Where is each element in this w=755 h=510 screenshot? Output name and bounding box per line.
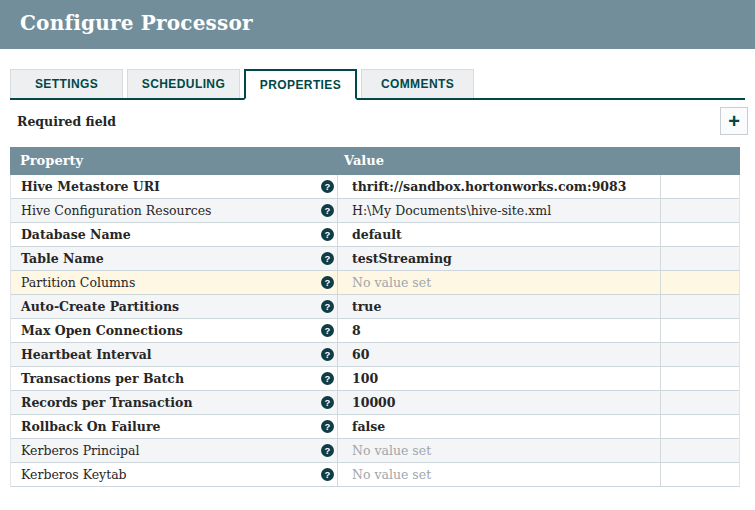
table-row[interactable]: Records per Transaction ? 10000 [11, 391, 739, 415]
table-row[interactable]: Hive Configuration Resources ? H:\My Doc… [11, 199, 739, 223]
row-actions-cell [660, 319, 739, 342]
dialog-header: Configure Processor [0, 0, 755, 49]
tab-properties[interactable]: PROPERTIES [244, 69, 357, 100]
help-icon[interactable]: ? [321, 372, 334, 385]
table-row[interactable]: Auto-Create Partitions ? true [11, 295, 739, 319]
property-value-cell[interactable]: No value set [337, 271, 660, 294]
property-value-cell[interactable]: false [337, 415, 660, 438]
property-name: Kerberos Principal [21, 443, 140, 458]
property-name: Database Name [21, 227, 131, 242]
row-actions-cell [660, 199, 739, 222]
table-row[interactable]: Heartbeat Interval ? 60 [11, 343, 739, 367]
row-actions-cell [660, 367, 739, 390]
table-row[interactable]: Database Name ? default [11, 223, 739, 247]
property-value: testStreaming [352, 251, 452, 266]
help-icon[interactable]: ? [321, 300, 334, 313]
table-row[interactable]: Transactions per Batch ? 100 [11, 367, 739, 391]
row-actions-cell [660, 415, 739, 438]
row-actions-cell [660, 175, 739, 198]
property-name-cell: Rollback On Failure ? [11, 415, 337, 438]
property-name: Partition Columns [21, 275, 135, 290]
column-header-property: Property [10, 147, 336, 175]
property-value-cell[interactable]: H:\My Documents\hive-site.xml [337, 199, 660, 222]
property-value-cell[interactable]: 8 [337, 319, 660, 342]
help-icon[interactable]: ? [321, 228, 334, 241]
table-row[interactable]: Hive Metastore URI ? thrift://sandbox.ho… [11, 175, 739, 199]
property-name-cell: Kerberos Keytab ? [11, 463, 337, 486]
property-name-cell: Auto-Create Partitions ? [11, 295, 337, 318]
help-icon[interactable]: ? [321, 324, 334, 337]
row-actions-cell [660, 271, 739, 294]
help-icon[interactable]: ? [321, 276, 334, 289]
help-icon[interactable]: ? [321, 444, 334, 457]
property-value: No value set [352, 275, 431, 290]
row-actions-cell [660, 463, 739, 486]
table-row[interactable]: Max Open Connections ? 8 [11, 319, 739, 343]
property-value: 10000 [352, 395, 396, 410]
property-name-cell: Records per Transaction ? [11, 391, 337, 414]
property-name-cell: Kerberos Principal ? [11, 439, 337, 462]
row-actions-cell [660, 247, 739, 270]
property-value: true [352, 299, 381, 314]
property-name: Heartbeat Interval [21, 347, 152, 362]
row-actions-cell [660, 295, 739, 318]
property-value-cell[interactable]: thrift://sandbox.hortonworks.com:9083 [337, 175, 660, 198]
table-header-row: Property Value [10, 147, 740, 175]
property-name: Table Name [21, 251, 104, 266]
property-name-cell: Table Name ? [11, 247, 337, 270]
table-row[interactable]: Kerberos Principal ? No value set [11, 439, 739, 463]
help-icon[interactable]: ? [321, 180, 334, 193]
table-row[interactable]: Partition Columns ? No value set [11, 271, 739, 295]
tab-comments[interactable]: COMMENTS [361, 69, 474, 98]
property-value: default [352, 227, 402, 242]
help-icon[interactable]: ? [321, 252, 334, 265]
add-property-button[interactable]: + [720, 107, 748, 135]
property-value: 100 [352, 371, 378, 386]
property-name-cell: Database Name ? [11, 223, 337, 246]
property-value: 60 [352, 347, 369, 362]
property-value-cell[interactable]: 10000 [337, 391, 660, 414]
table-body: Hive Metastore URI ? thrift://sandbox.ho… [10, 175, 740, 487]
table-row[interactable]: Rollback On Failure ? false [11, 415, 739, 439]
property-name: Rollback On Failure [21, 419, 160, 434]
property-value-cell[interactable]: No value set [337, 439, 660, 462]
table-row[interactable]: Table Name ? testStreaming [11, 247, 739, 271]
property-value: No value set [352, 467, 431, 482]
property-value-cell[interactable]: testStreaming [337, 247, 660, 270]
property-name: Hive Metastore URI [21, 179, 160, 194]
property-name-cell: Hive Metastore URI ? [11, 175, 337, 198]
row-actions-cell [660, 391, 739, 414]
dialog-title: Configure Processor [20, 11, 253, 35]
property-name: Transactions per Batch [21, 371, 184, 386]
help-icon[interactable]: ? [321, 396, 334, 409]
property-value: false [352, 419, 385, 434]
help-icon[interactable]: ? [321, 468, 334, 481]
help-icon[interactable]: ? [321, 204, 334, 217]
property-name-cell: Heartbeat Interval ? [11, 343, 337, 366]
property-value-cell[interactable]: 100 [337, 367, 660, 390]
required-field-label: Required field [17, 114, 116, 129]
plus-icon: + [728, 110, 740, 132]
property-name: Hive Configuration Resources [21, 203, 211, 218]
row-actions-cell [660, 223, 739, 246]
property-value-cell[interactable]: 60 [337, 343, 660, 366]
property-name-cell: Max Open Connections ? [11, 319, 337, 342]
property-name-cell: Transactions per Batch ? [11, 367, 337, 390]
tab-settings[interactable]: SETTINGS [10, 69, 123, 98]
tab-scheduling[interactable]: SCHEDULING [127, 69, 240, 98]
help-icon[interactable]: ? [321, 348, 334, 361]
property-value-cell[interactable]: default [337, 223, 660, 246]
column-header-value: Value [336, 147, 384, 175]
property-name: Max Open Connections [21, 323, 183, 338]
property-value: 8 [352, 323, 361, 338]
table-row[interactable]: Kerberos Keytab ? No value set [11, 463, 739, 487]
row-actions-cell [660, 439, 739, 462]
property-name: Auto-Create Partitions [21, 299, 179, 314]
help-icon[interactable]: ? [321, 420, 334, 433]
property-name-cell: Partition Columns ? [11, 271, 337, 294]
row-actions-cell [660, 343, 739, 366]
property-name: Records per Transaction [21, 395, 193, 410]
property-name-cell: Hive Configuration Resources ? [11, 199, 337, 222]
property-value-cell[interactable]: true [337, 295, 660, 318]
property-value-cell[interactable]: No value set [337, 463, 660, 486]
